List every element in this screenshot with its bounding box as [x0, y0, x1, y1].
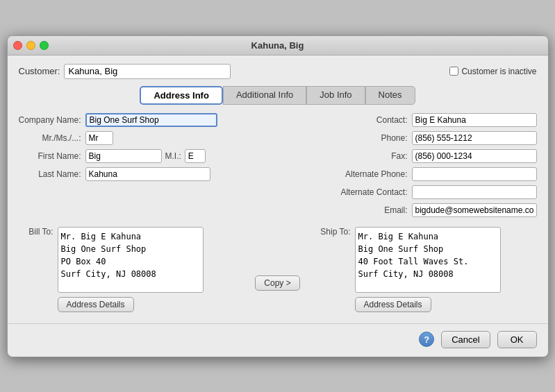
mr-ms-row: Mr./Ms./...: [19, 131, 271, 145]
alt-phone-row: Alternate Phone: [285, 167, 537, 181]
right-column: Contact: Phone: Fax: Alternate Phone: Al… [285, 113, 537, 221]
company-name-input[interactable] [85, 113, 217, 127]
maximize-button[interactable] [40, 41, 49, 50]
ship-to-label: Ship To: [316, 227, 351, 237]
first-name-row: First Name: M.I.: [19, 149, 271, 163]
main-window: Kahuna, Big Customer: Customer is inacti… [7, 35, 549, 357]
first-name-input[interactable] [85, 149, 162, 163]
customer-row: Customer: [19, 64, 231, 79]
window-title: Kahuna, Big [251, 40, 304, 51]
first-name-label: First Name: [19, 151, 81, 161]
bill-to-row: Bill To: Mr. Big E Kahuna Big One Surf S… [19, 227, 240, 293]
form-area: Company Name: Mr./Ms./...: First Name: M… [19, 113, 537, 221]
fax-input[interactable] [412, 149, 537, 163]
cancel-button[interactable]: Cancel [441, 331, 490, 348]
fax-label: Fax: [338, 151, 408, 161]
copy-button[interactable]: Copy > [255, 275, 299, 291]
ship-to-row: Ship To: Mr. Big E Kahuna Big One Surf S… [316, 227, 537, 293]
last-name-row: Last Name: [19, 167, 271, 181]
tab-notes[interactable]: Notes [365, 86, 415, 105]
address-section: Bill To: Mr. Big E Kahuna Big One Surf S… [19, 227, 537, 312]
mr-ms-input[interactable] [85, 131, 113, 145]
bill-to-textarea[interactable]: Mr. Big E Kahuna Big One Surf Shop PO Bo… [58, 227, 204, 293]
mr-ms-label: Mr./Ms./...: [19, 133, 81, 143]
inactive-checkbox-label[interactable]: Customer is inactive [449, 67, 536, 76]
email-input[interactable] [412, 203, 537, 217]
contact-row: Contact: [285, 113, 537, 127]
last-name-label: Last Name: [19, 169, 81, 179]
mi-input[interactable] [185, 149, 206, 163]
titlebar: Kahuna, Big [8, 36, 548, 56]
customer-label: Customer: [19, 66, 60, 76]
email-label: Email: [338, 205, 408, 215]
ship-to-block: Ship To: Mr. Big E Kahuna Big One Surf S… [316, 227, 537, 312]
ship-to-textarea[interactable]: Mr. Big E Kahuna Big One Surf Shop 40 Fo… [355, 227, 501, 293]
ok-button[interactable]: OK [497, 331, 537, 348]
fax-row: Fax: [285, 149, 537, 163]
phone-row: Phone: [285, 131, 537, 145]
minimize-button[interactable] [26, 41, 35, 50]
bottom-bar: ? Cancel OK [8, 323, 548, 357]
bill-to-label: Bill To: [19, 227, 53, 237]
content-area: Customer: Customer is inactive Address I… [8, 56, 548, 321]
company-name-label: Company Name: [19, 115, 81, 125]
alt-contact-label: Alternate Contact: [338, 187, 408, 197]
tab-address-info[interactable]: Address Info [140, 86, 222, 105]
help-button[interactable]: ? [419, 332, 434, 347]
bill-to-block: Bill To: Mr. Big E Kahuna Big One Surf S… [19, 227, 240, 312]
ship-address-details-button[interactable]: Address Details [355, 297, 431, 312]
alt-phone-label: Alternate Phone: [338, 169, 408, 179]
alt-contact-row: Alternate Contact: [285, 185, 537, 199]
copy-button-col: Copy > [254, 227, 302, 312]
contact-input[interactable] [412, 113, 537, 127]
bill-address-details-button[interactable]: Address Details [58, 297, 134, 312]
alt-contact-input[interactable] [412, 185, 537, 199]
bill-address-details-row: Address Details [19, 297, 240, 312]
tab-job-info[interactable]: Job Info [306, 86, 365, 105]
email-row: Email: [285, 203, 537, 217]
name-group: M.I.: [85, 149, 206, 163]
tab-additional-info[interactable]: Additional Info [223, 86, 306, 105]
contact-label: Contact: [338, 115, 408, 125]
tabs-row: Address Info Additional Info Job Info No… [19, 86, 537, 105]
customer-input[interactable] [64, 64, 231, 79]
close-button[interactable] [13, 41, 22, 50]
phone-input[interactable] [412, 131, 537, 145]
inactive-checkbox[interactable] [449, 67, 458, 76]
company-name-row: Company Name: [19, 113, 271, 127]
alt-phone-input[interactable] [412, 167, 537, 181]
mi-label: M.I.: [165, 151, 181, 161]
ship-address-details-row: Address Details [316, 297, 537, 312]
phone-label: Phone: [338, 133, 408, 143]
left-column: Company Name: Mr./Ms./...: First Name: M… [19, 113, 271, 221]
inactive-label: Customer is inactive [461, 67, 536, 76]
top-row: Customer: Customer is inactive [19, 64, 537, 79]
last-name-input[interactable] [85, 167, 210, 181]
traffic-lights [13, 41, 49, 50]
